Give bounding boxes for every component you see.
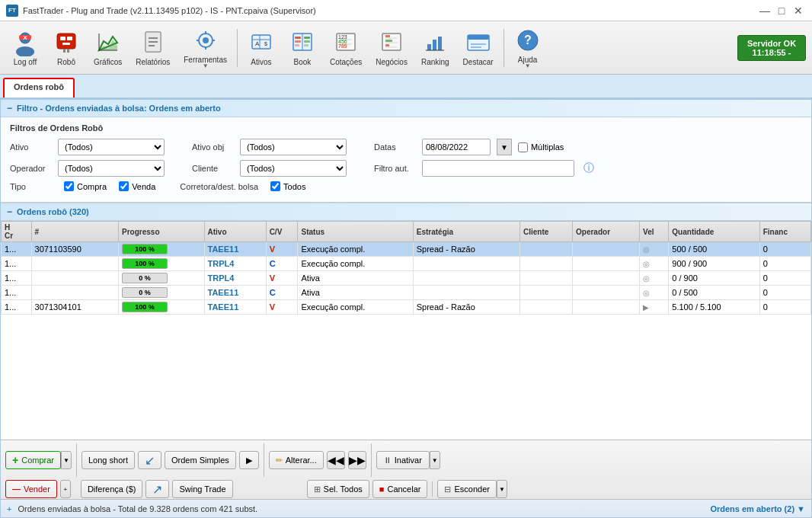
datas-input[interactable] — [422, 139, 491, 155]
toolbar-book[interactable]: Book — [283, 25, 321, 70]
toolbar-logoff[interactable]: X Log off — [6, 25, 44, 70]
inativar-button[interactable]: ⏸ Inativar — [376, 451, 430, 469]
col-financ: Financ — [759, 222, 810, 242]
sel-todos-button[interactable]: Sel. Todos — [307, 480, 369, 498]
status-bar: + Ordens enviadas à bolsa - Total de 9.3… — [1, 499, 811, 517]
svg-rect-33 — [304, 37, 310, 39]
cell-progresso: 100 % — [119, 257, 204, 271]
nav-next-button[interactable]: ▶▶ — [348, 451, 366, 469]
filter-header[interactable]: − Filtro - Ordens enviadas à bolsa: Orde… — [1, 100, 811, 117]
relatorios-icon — [139, 29, 167, 56]
arrow-up-1-button[interactable]: ↗ — [145, 480, 169, 498]
todos-checkbox[interactable] — [270, 181, 280, 191]
compra-checkbox[interactable] — [64, 181, 74, 191]
cell-vel: ▶ — [640, 300, 669, 315]
status-expand-icon[interactable]: + — [7, 504, 11, 513]
long-short-button[interactable]: Long short — [82, 451, 135, 469]
minimize-button[interactable]: — — [757, 4, 772, 18]
filtro-aut-input[interactable] — [422, 160, 574, 177]
table-row[interactable]: 1... 0 % TRPL4 V Ativa ◎ 0 / 900 0 — [2, 271, 811, 286]
app-icon: FT — [6, 5, 18, 17]
toolbar-relatorios[interactable]: Relatórios — [130, 25, 175, 70]
esconder-dropdown[interactable]: ▼ — [497, 480, 507, 498]
cancelar-button[interactable]: Cancelar — [372, 480, 428, 498]
cell-operador — [573, 300, 640, 315]
title-text: FastTrader - Plug and Trade (v2.11.13495… — [23, 6, 316, 15]
inativar-dropdown[interactable]: ▼ — [430, 451, 440, 469]
toolbar-ferramentas[interactable]: Ferramentas ▼ — [178, 23, 232, 73]
negocios-icon — [378, 29, 405, 56]
comprar-button[interactable]: Comprar — [5, 451, 61, 469]
toolbar-cotacoes[interactable]: 123 456 789 Cotações — [324, 25, 367, 70]
arrow-up-icon: ↗ — [152, 482, 162, 497]
sel-todos-label: Sel. Todos — [324, 484, 363, 494]
orders-section-header[interactable]: − Ordens robô (320) — [1, 203, 811, 221]
filter-body: Filtros de Ordens Robô Ativo (Todos) Ati… — [1, 117, 811, 202]
relatorios-label: Relatórios — [136, 58, 170, 66]
table-row[interactable]: 1... 100 % TRPL4 C Execução compl. ◎ 900… — [2, 257, 811, 271]
cell-vel: ◎ — [640, 271, 669, 286]
cell-quantidade: 500 / 500 — [669, 242, 759, 257]
vender-button[interactable]: Vender — [5, 480, 57, 498]
compra-label: Compra — [77, 182, 107, 191]
cell-ativo: TAEE11 — [204, 300, 266, 315]
cliente-select[interactable]: (Todos) — [240, 160, 347, 177]
swing-trade-button[interactable]: Swing Trade — [172, 480, 232, 498]
cell-progresso: 0 % — [119, 286, 204, 300]
robo-icon — [53, 29, 80, 56]
info-icon[interactable]: ⓘ — [583, 161, 594, 175]
arrow-down-1-button[interactable]: ↙ — [138, 451, 161, 469]
inativar-group: ⏸ Inativar ▼ — [376, 451, 440, 469]
btn-row-2: Vender + Diferença ($) ↗ Swing Trade Sel… — [5, 480, 807, 498]
ordem-simples-button[interactable]: Ordem Simples — [165, 451, 236, 469]
svg-text:789: 789 — [338, 43, 347, 49]
cell-vel: ◎ — [640, 286, 669, 300]
cell-cv: C — [266, 286, 298, 300]
table-row[interactable]: 1... 3071103590 100 % TAEE11 V Execução … — [2, 242, 811, 257]
diferenca-button[interactable]: Diferença ($) — [81, 480, 143, 498]
date-picker-button[interactable]: ▼ — [497, 139, 512, 155]
server-status-text: Servidor OK — [744, 39, 799, 48]
nav-prev-button[interactable]: ◀◀ — [327, 451, 345, 469]
ordens-aberto-text[interactable]: Ordens em aberto (2) ▼ — [710, 504, 805, 513]
cell-vel: ◎ — [640, 242, 669, 257]
svg-point-1 — [16, 46, 34, 56]
comprar-dropdown[interactable]: ▼ — [61, 451, 72, 469]
cell-estrategia — [413, 257, 519, 271]
cell-operador — [573, 257, 640, 271]
tab-ordens-robo[interactable]: Ordens robô — [3, 78, 75, 98]
status-text: Ordens enviadas à bolsa - Total de 9.328… — [18, 504, 257, 513]
ativo-select[interactable]: (Todos) — [58, 139, 165, 155]
todos-label: Todos — [283, 182, 305, 191]
vender-add-button[interactable]: + — [60, 480, 71, 498]
close-button[interactable]: ✕ — [791, 4, 806, 18]
operador-select[interactable]: (Todos) — [58, 160, 165, 177]
toolbar-ranking[interactable]: Ranking — [416, 25, 455, 70]
toolbar-graficos[interactable]: Gráficos — [88, 25, 127, 70]
table-row[interactable]: 1... 0 % TAEE11 C Ativa ◎ 0 / 500 0 — [2, 286, 811, 300]
svg-rect-32 — [295, 37, 301, 39]
esconder-button[interactable]: Esconder — [437, 480, 496, 498]
maximize-button[interactable]: □ — [774, 4, 789, 18]
table-row[interactable]: 1... 3071304101 100 % TAEE11 V Execução … — [2, 300, 811, 315]
multiplas-checkbox[interactable] — [518, 142, 528, 152]
tab-ordens-robo-label: Ordens robô — [14, 82, 64, 91]
svg-rect-49 — [385, 40, 392, 42]
cell-num: 3071103590 — [31, 242, 118, 257]
alterar-button[interactable]: Alterar... — [269, 451, 324, 469]
toolbar-negocios[interactable]: Negócios — [370, 25, 413, 70]
cell-hcr: 1... — [2, 300, 32, 315]
vender-label: Vender — [24, 484, 50, 494]
ranking-label: Ranking — [421, 58, 449, 66]
toolbar-robo[interactable]: Robô — [47, 25, 85, 70]
toolbar-destacar[interactable]: Destacar — [458, 25, 499, 70]
cell-num — [31, 286, 118, 300]
toolbar-ajuda[interactable]: ? Ajuda ▼ — [509, 23, 547, 73]
ativo-obj-select[interactable]: (Todos) — [240, 139, 347, 155]
cell-num — [31, 271, 118, 286]
venda-checkbox[interactable] — [119, 181, 129, 191]
arrow-down-icon: ↙ — [145, 453, 155, 468]
ferramentas-icon — [192, 27, 219, 54]
expand-button[interactable]: ▶ — [239, 451, 259, 469]
toolbar-ativos[interactable]: A $ Ativos — [242, 25, 280, 70]
